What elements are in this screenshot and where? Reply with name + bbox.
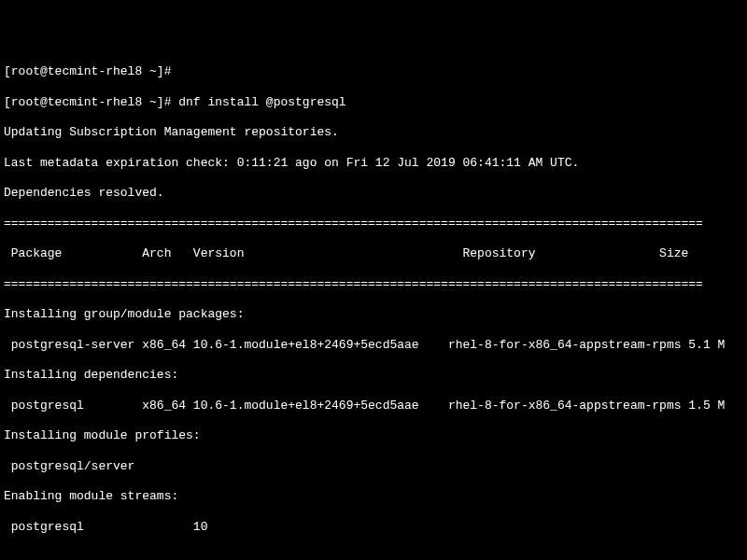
section-header: Installing group/module packages: [4, 307, 743, 322]
table-row: postgresql 10 [4, 520, 743, 535]
command-text: dnf install @postgresql [178, 95, 345, 109]
shell-prompt: [root@tecmint-rhel8 ~]# [4, 95, 178, 109]
output-line: Dependencies resolved. [4, 186, 743, 201]
shell-prompt: [root@tecmint-rhel8 ~]# [4, 64, 178, 78]
section-header: Enabling module streams: [4, 489, 743, 504]
output-line: Updating Subscription Management reposit… [4, 125, 743, 140]
section-header: Installing module profiles: [4, 428, 743, 443]
prompt-line-2: [root@tecmint-rhel8 ~]# dnf install @pos… [4, 95, 743, 110]
separator-rule: ========================================… [4, 217, 743, 231]
table-row: postgresql-server x86_64 10.6-1.module+e… [4, 338, 743, 353]
table-row: postgresql/server [4, 459, 743, 474]
table-row: postgresql x86_64 10.6-1.module+el8+2469… [4, 399, 743, 413]
table-header: Package Arch Version Repository Size [4, 246, 743, 261]
section-header: Installing dependencies: [4, 368, 743, 383]
separator-rule: ========================================… [4, 277, 743, 292]
output-line: Last metadata expiration check: 0:11:21 … [4, 156, 743, 171]
prompt-line-1: [root@tecmint-rhel8 ~]# [4, 64, 743, 79]
